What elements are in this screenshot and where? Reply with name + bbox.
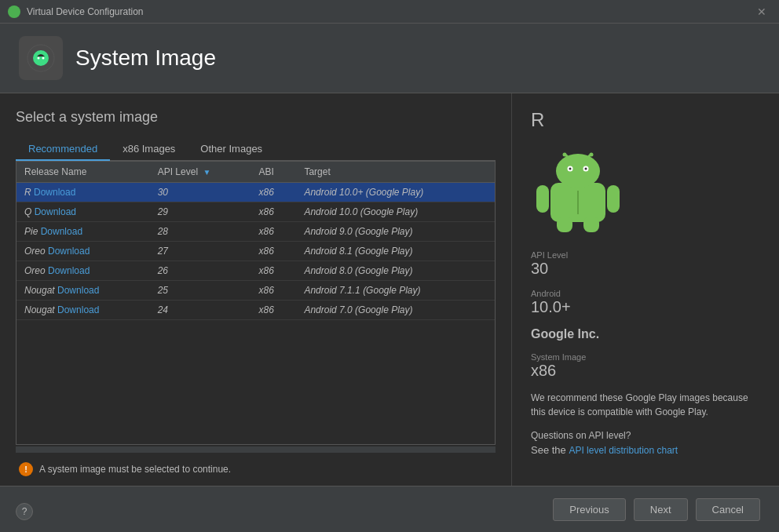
system-image-table: Release Name API Level ▼ ABI Target [16,161,496,445]
api-level-label: API Level [531,250,760,260]
next-button[interactable]: Next [634,498,688,521]
left-panel: Select a system image Recommended x86 Im… [0,93,512,486]
android-version-block: Android 10.0+ [531,289,760,316]
cell-release-name: Nougat Download [16,281,150,301]
warning-text: A system image must be selected to conti… [39,464,231,475]
svg-rect-16 [557,217,572,232]
download-link[interactable]: Download [48,265,90,276]
question-text: Questions on API level? [531,430,760,441]
svg-point-13 [590,153,594,157]
cell-release-name: R Download [16,183,150,202]
svg-point-8 [569,168,572,170]
download-link[interactable]: Download [57,304,99,315]
header: System Image [0,24,779,93]
cell-target: Android 8.1 (Google Play) [296,242,495,261]
download-link[interactable]: Download [34,187,75,198]
cell-target: Android 10.0 (Google Play) [296,202,495,222]
svg-rect-15 [607,185,620,213]
svg-point-5 [556,154,600,188]
table-row[interactable]: Nougat Download 25 x86 Android 7.1.1 (Go… [16,281,495,301]
tab-other-images[interactable]: Other Images [188,138,275,161]
scrollbar[interactable] [16,446,496,453]
header-title: System Image [75,46,216,71]
cell-api-level: 24 [150,301,251,320]
svg-point-2 [38,57,40,60]
col-api-level[interactable]: API Level ▼ [150,162,251,183]
cell-abi: x86 [251,281,297,301]
download-link[interactable]: Download [48,246,90,257]
cell-target: Android 7.0 (Google Play) [296,301,495,320]
cell-target: Android 7.1.1 (Google Play) [296,281,495,301]
section-title: Select a system image [16,109,496,126]
table-row[interactable]: Nougat Download 24 x86 Android 7.0 (Goog… [16,301,495,320]
cancel-button[interactable]: Cancel [696,498,760,521]
recommend-text: We recommend these Google Play images be… [531,391,760,419]
tab-x86-images[interactable]: x86 Images [110,138,188,161]
system-image-block: System Image x86 [531,352,760,380]
cell-api-level: 26 [150,261,251,281]
table-row[interactable]: Oreo Download 27 x86 Android 8.1 (Google… [16,242,495,261]
cell-api-level: 27 [150,242,251,261]
cell-target: Android 9.0 (Google Play) [296,222,495,242]
svg-point-9 [585,168,587,170]
table-row[interactable]: Q Download 29 x86 Android 10.0 (Google P… [16,202,495,222]
cell-release-name: Q Download [16,202,150,222]
vendor-block: Google Inc. [531,327,760,341]
system-image-label: System Image [531,352,760,362]
cell-release-name: Oreo Download [16,242,150,261]
android-robot-image [531,144,625,238]
svg-rect-14 [536,185,549,213]
system-image-value: x86 [531,362,760,380]
table-row[interactable]: R Download 30 x86 Android 10.0+ (Google … [16,183,495,202]
download-link[interactable]: Download [41,226,82,237]
cell-api-level: 29 [150,202,251,222]
api-link[interactable]: API level distribution chart [569,445,678,456]
cell-api-level: 30 [150,183,251,202]
tab-recommended[interactable]: Recommended [16,138,110,161]
tabs-container: Recommended x86 Images Other Images [16,138,496,161]
right-panel: R [512,93,779,486]
cell-abi: x86 [251,301,297,320]
android-label: Android [531,289,760,298]
table-row[interactable]: Pie Download 28 x86 Android 9.0 (Google … [16,222,495,242]
selected-release-letter: R [531,109,760,131]
vendor-value: Google Inc. [531,327,760,341]
sort-indicator: ▼ [203,168,210,177]
cell-target: Android 8.0 (Google Play) [296,261,495,281]
cell-abi: x86 [251,222,297,242]
svg-point-3 [42,57,45,60]
title-bar-text: Virtual Device Configuration [27,6,752,17]
cell-api-level: 28 [150,222,251,242]
main-content: Select a system image Recommended x86 Im… [0,93,779,486]
svg-point-1 [33,50,49,66]
cell-abi: x86 [251,202,297,222]
table-row[interactable]: Oreo Download 26 x86 Android 8.0 (Google… [16,261,495,281]
app-icon [8,5,20,18]
cell-release-name: Pie Download [16,222,150,242]
previous-button[interactable]: Previous [553,498,626,521]
see-text: See the [531,444,569,456]
col-release-name[interactable]: Release Name [16,162,150,183]
cell-abi: x86 [251,183,297,202]
cell-release-name: Nougat Download [16,301,150,320]
close-button[interactable]: ✕ [752,4,771,20]
api-level-block: API Level 30 [531,250,760,278]
warning-icon: ! [19,462,33,476]
cell-abi: x86 [251,261,297,281]
download-link[interactable]: Download [57,285,99,296]
help-button[interactable]: ? [16,503,33,520]
col-abi[interactable]: ABI [251,162,297,183]
cell-release-name: Oreo Download [16,261,150,281]
title-bar: Virtual Device Configuration ✕ [0,0,779,24]
android-version-value: 10.0+ [531,298,760,316]
cell-target: Android 10.0+ (Google Play) [296,183,495,202]
svg-rect-17 [583,217,599,232]
table-header-row: Release Name API Level ▼ ABI Target [16,162,495,183]
api-link-container: See the API level distribution chart [531,444,760,456]
download-link[interactable]: Download [35,206,76,217]
cell-abi: x86 [251,242,297,261]
cell-api-level: 25 [150,281,251,301]
footer: Previous Next Cancel [0,486,779,532]
col-target[interactable]: Target [296,162,495,183]
svg-point-11 [563,153,567,157]
